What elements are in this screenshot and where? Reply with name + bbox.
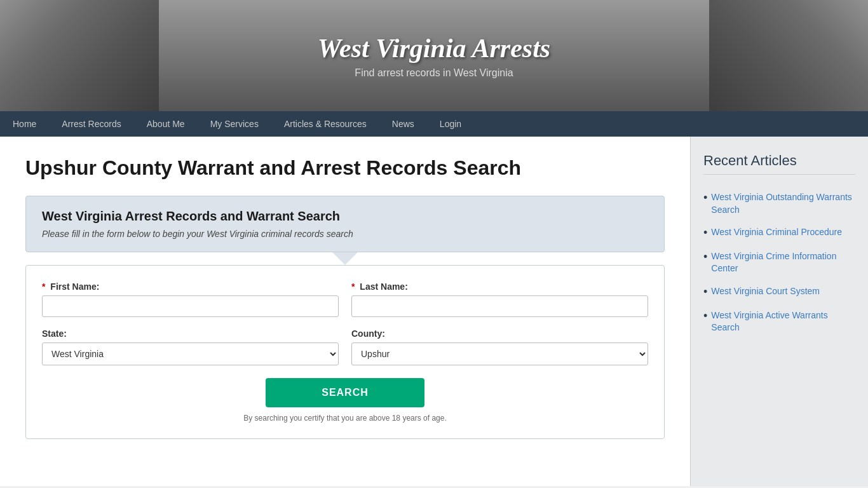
sidebar-article-5: • West Virginia Active Warrants Search <box>703 304 855 339</box>
form-disclaimer: By searching you certify that you are ab… <box>42 414 648 423</box>
arrow-down-icon <box>332 252 358 265</box>
last-name-label: * Last Name: <box>351 281 648 292</box>
nav-home[interactable]: Home <box>0 111 49 137</box>
state-group: State: West Virginia <box>42 329 339 365</box>
county-group: County: Upshur <box>351 329 648 365</box>
sidebar-article-link-4[interactable]: West Virginia Court System <box>711 285 820 298</box>
first-name-input[interactable] <box>42 295 339 317</box>
search-header-box: West Virginia Arrest Records and Warrant… <box>25 196 665 252</box>
sidebar-title: Recent Articles <box>703 152 855 175</box>
nav-news[interactable]: News <box>379 111 427 137</box>
site-subtitle: Find arrest records in West Virginia <box>318 67 550 79</box>
sidebar-article-link-1[interactable]: West Virginia Outstanding Warrants Searc… <box>711 191 855 216</box>
search-button[interactable]: SEARCH <box>266 378 424 407</box>
site-header: West Virginia Arrests Find arrest record… <box>0 0 868 111</box>
bullet-icon-1: • <box>703 191 707 205</box>
first-name-required-star: * <box>42 281 45 292</box>
state-label: State: <box>42 329 339 339</box>
nav-my-services[interactable]: My Services <box>198 111 271 137</box>
nav-articles-resources[interactable]: Articles & Resources <box>271 111 379 137</box>
search-header-subtitle: Please fill in the form below to begin y… <box>42 229 648 239</box>
page-wrapper: Upshur County Warrant and Arrest Records… <box>0 137 868 486</box>
first-name-group: * First Name: <box>42 281 339 317</box>
last-name-input[interactable] <box>351 295 648 317</box>
county-select[interactable]: Upshur <box>351 342 648 365</box>
bullet-icon-4: • <box>703 285 707 299</box>
bullet-icon-5: • <box>703 309 707 323</box>
main-nav: Home Arrest Records About Me My Services… <box>0 111 868 137</box>
sidebar-article-3: • West Virginia Crime Information Center <box>703 245 855 280</box>
recent-articles-list: • West Virginia Outstanding Warrants Sea… <box>703 186 855 339</box>
sidebar: Recent Articles • West Virginia Outstand… <box>690 137 868 486</box>
last-name-group: * Last Name: <box>351 281 648 317</box>
nav-about-me[interactable]: About Me <box>134 111 198 137</box>
county-label: County: <box>351 329 648 339</box>
search-form-box: * First Name: * Last Name: State: <box>25 265 665 439</box>
last-name-required-star: * <box>351 281 355 292</box>
sidebar-article-2: • West Virginia Criminal Procedure <box>703 221 855 245</box>
header-bg-left <box>0 0 159 111</box>
state-county-row: State: West Virginia County: Upshur <box>42 329 648 365</box>
nav-arrest-records[interactable]: Arrest Records <box>49 111 133 137</box>
sidebar-article-4: • West Virginia Court System <box>703 280 855 304</box>
page-title: Upshur County Warrant and Arrest Records… <box>25 156 665 180</box>
sidebar-article-link-2[interactable]: West Virginia Criminal Procedure <box>711 226 842 239</box>
name-row: * First Name: * Last Name: <box>42 281 648 317</box>
nav-login[interactable]: Login <box>427 111 474 137</box>
sidebar-article-link-5[interactable]: West Virginia Active Warrants Search <box>711 309 855 334</box>
main-content: Upshur County Warrant and Arrest Records… <box>0 137 690 486</box>
header-bg-right <box>709 0 868 111</box>
sidebar-article-link-3[interactable]: West Virginia Crime Information Center <box>711 250 855 275</box>
header-content: West Virginia Arrests Find arrest record… <box>318 33 550 79</box>
search-header-title: West Virginia Arrest Records and Warrant… <box>42 209 648 224</box>
sidebar-article-1: • West Virginia Outstanding Warrants Sea… <box>703 186 855 221</box>
site-title: West Virginia Arrests <box>318 33 550 64</box>
state-select[interactable]: West Virginia <box>42 342 339 365</box>
first-name-label: * First Name: <box>42 281 339 292</box>
bullet-icon-3: • <box>703 250 707 264</box>
bullet-icon-2: • <box>703 226 707 240</box>
